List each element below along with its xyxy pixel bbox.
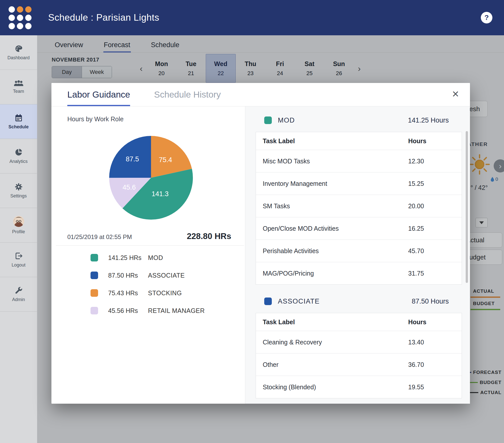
- table-row: Misc MOD Tasks12.30: [256, 150, 462, 172]
- legend-hours: 141.25 HRs: [108, 254, 148, 261]
- pie-icon: [14, 148, 23, 157]
- sidebar-item-label: Profile: [12, 229, 25, 234]
- task-label-cell: SM Tasks: [263, 202, 408, 210]
- table-header-row: Task LabelHours: [256, 132, 462, 150]
- sidebar-item-label: Analytics: [9, 159, 27, 164]
- logo-dot: [9, 23, 15, 29]
- task-hours-cell: 36.70: [408, 361, 455, 368]
- window-title: Schedule : Parisian Lights: [48, 12, 159, 23]
- top-navbar: Schedule : Parisian Lights ?: [0, 0, 504, 35]
- task-label-cell: MAG/POG/Pricing: [263, 270, 408, 277]
- sidebar-item-analytics[interactable]: Analytics: [0, 139, 37, 173]
- section-total-hours: 141.25 Hours: [408, 116, 449, 124]
- task-label-cell: Perishable Activities: [263, 247, 408, 255]
- avatar-icon: [13, 216, 24, 227]
- sidebar-item-logout[interactable]: Logout: [0, 243, 37, 277]
- section-swatch: [264, 116, 272, 124]
- modal-left-panel: Hours by Work Role 75.4141.345.687.5 01/…: [51, 106, 245, 404]
- section-header: MOD141.25 Hours: [256, 115, 462, 125]
- table-row: Stocking (Blended)19.55: [256, 376, 462, 398]
- logo-dot: [9, 15, 15, 21]
- task-hours-cell: 31.75: [408, 270, 455, 277]
- total-hours: 228.80 HRs: [187, 231, 231, 241]
- wrench-icon: [14, 286, 23, 295]
- task-label-cell: Other: [263, 361, 408, 368]
- table-row: Cleaning & Recovery13.40: [256, 331, 462, 353]
- section-header: ASSOCIATE87.50 Hours: [256, 296, 462, 306]
- task-sections: MOD141.25 HoursTask LabelHoursMisc MOD T…: [256, 115, 462, 398]
- column-header-hours: Hours: [408, 137, 455, 145]
- logo-dot: [17, 23, 23, 29]
- sidebar: DashboardTeamScheduleAnalyticsSettingsPr…: [0, 35, 37, 443]
- chart-title: Hours by Work Role: [67, 115, 124, 123]
- section-mod: MOD141.25 HoursTask LabelHoursMisc MOD T…: [256, 115, 462, 285]
- section-name: ASSOCIATE: [278, 298, 320, 305]
- logo-dot: [25, 15, 32, 21]
- section-associate: ASSOCIATE87.50 HoursTask LabelHoursClean…: [256, 296, 462, 398]
- task-hours-cell: 13.40: [408, 339, 455, 346]
- table-header-row: Task LabelHours: [256, 313, 462, 331]
- pie-slice-value: 141.3: [152, 190, 169, 198]
- sidebar-item-dashboard[interactable]: Dashboard: [0, 35, 37, 70]
- sidebar-item-settings[interactable]: Settings: [0, 173, 37, 208]
- column-header-hours: Hours: [408, 318, 455, 326]
- task-hours-cell: 19.55: [408, 383, 455, 391]
- section-name: MOD: [278, 116, 295, 124]
- legend-hours: 87.50 HRs: [108, 272, 148, 279]
- table-row: SM Tasks20.00: [256, 195, 462, 217]
- legend-swatch: [91, 272, 98, 279]
- pie-slice-value: 87.5: [126, 155, 139, 163]
- pie-slice-value: 45.6: [123, 184, 136, 191]
- table-row: Open/Close MOD Activities16.25: [256, 217, 462, 240]
- sidebar-item-label: Team: [13, 89, 24, 94]
- legend-item-stocking: 75.43 HRsSTOCKING: [91, 289, 205, 297]
- logo-dot: [25, 6, 32, 13]
- close-icon[interactable]: ×: [452, 88, 459, 100]
- role-legend: 141.25 HRsMOD87.50 HRsASSOCIATE75.43 HRs…: [91, 254, 205, 324]
- legend-hours: 75.43 HRs: [108, 289, 148, 297]
- scrollbar-thumb[interactable]: [466, 131, 468, 283]
- task-hours-cell: 16.25: [408, 225, 455, 232]
- logo-dot: [9, 6, 15, 13]
- logo-dot: [25, 23, 32, 29]
- table-row: Perishable Activities45.70: [256, 240, 462, 262]
- legend-role: STOCKING: [148, 289, 182, 297]
- section-total-hours: 87.50 Hours: [412, 298, 449, 305]
- legend-role: MOD: [148, 254, 163, 261]
- labor-guidance-modal: Labor GuidanceSchedule History× Hours by…: [51, 83, 470, 404]
- task-label-cell: Open/Close MOD Activities: [263, 225, 408, 232]
- people-icon: [13, 80, 24, 86]
- pie-chart: 75.4141.345.687.5: [101, 127, 201, 228]
- logout-icon: [14, 252, 23, 260]
- column-header-task-label: Task Label: [263, 137, 408, 145]
- calendar-icon: [14, 113, 23, 122]
- table-row: Inventory Management15.25: [256, 172, 462, 195]
- help-icon: ?: [484, 14, 489, 22]
- modal-tab-schedule-history[interactable]: Schedule History: [154, 83, 221, 106]
- help-button[interactable]: ?: [481, 12, 492, 23]
- column-header-task-label: Task Label: [263, 318, 408, 326]
- task-label-cell: Inventory Management: [263, 180, 408, 187]
- pie-slice-value: 75.4: [159, 156, 172, 164]
- app-logo: [9, 6, 32, 29]
- legend-role: ASSOCIATE: [148, 272, 185, 279]
- sidebar-item-label: Schedule: [8, 124, 28, 130]
- total-row: 01/25/2019 at 02:55 PM 228.80 HRs: [67, 231, 231, 241]
- sidebar-item-admin[interactable]: Admin: [0, 277, 37, 312]
- task-hours-cell: 20.00: [408, 202, 455, 210]
- legend-role: RETAIL MANAGER: [148, 307, 205, 314]
- legend-item-associate: 87.50 HRsASSOCIATE: [91, 272, 205, 279]
- task-hours-cell: 12.30: [408, 158, 455, 165]
- task-label-cell: Stocking (Blended): [263, 383, 408, 391]
- modal-body: Hours by Work Role 75.4141.345.687.5 01/…: [51, 106, 470, 404]
- modal-tab-labor-guidance[interactable]: Labor Guidance: [67, 83, 130, 106]
- generated-timestamp: 01/25/2019 at 02:55 PM: [67, 233, 132, 241]
- sidebar-item-profile[interactable]: Profile: [0, 208, 37, 243]
- sidebar-item-team[interactable]: Team: [0, 70, 37, 104]
- sidebar-item-label: Admin: [12, 297, 25, 302]
- sidebar-item-label: Settings: [10, 193, 27, 199]
- logo-dot: [17, 15, 23, 21]
- sidebar-item-schedule[interactable]: Schedule: [0, 104, 37, 139]
- legend-item-retail-manager: 45.56 HRsRETAIL MANAGER: [91, 307, 205, 314]
- sidebar-item-label: Dashboard: [7, 55, 29, 61]
